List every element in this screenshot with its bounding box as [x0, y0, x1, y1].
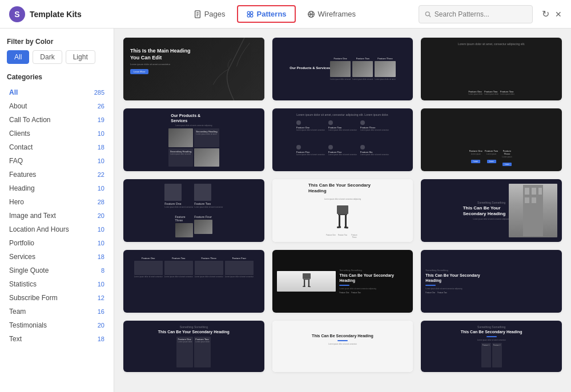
svg-rect-28	[344, 227, 348, 229]
svg-rect-40	[308, 286, 311, 287]
category-features-count: 22	[98, 171, 104, 178]
nav-patterns[interactable]: Patterns	[237, 5, 296, 23]
category-team[interactable]: Team 16	[7, 305, 107, 318]
pattern-card[interactable]: Something Something This Can Be Your Sec…	[123, 321, 264, 372]
category-faq-count: 10	[98, 157, 104, 164]
category-portfolio[interactable]: Portfolio 10	[7, 236, 107, 250]
app-title: Template Kits	[30, 10, 82, 19]
pattern-card[interactable]: Something Something This Can Be Your Sec…	[421, 179, 562, 242]
category-statistics[interactable]: Statistics 10	[7, 277, 107, 291]
category-portfolio-label: Portfolio	[9, 239, 34, 247]
svg-rect-33	[525, 197, 529, 203]
category-faq[interactable]: FAQ 10	[7, 154, 107, 168]
search-box[interactable]	[419, 5, 533, 23]
category-about-label: About	[9, 102, 27, 110]
pattern-card[interactable]: Feature One Lorem ipsum dolor sit amet c…	[123, 179, 264, 242]
search-icon	[425, 11, 431, 18]
patterns-grid: This Is the Main HeadingYou Can Edit Lor…	[123, 38, 562, 372]
svg-rect-39	[303, 286, 305, 287]
category-single-quote[interactable]: Single Quote 8	[7, 264, 107, 277]
category-services-count: 18	[98, 253, 104, 260]
svg-rect-27	[337, 226, 341, 228]
category-contact-label: Contact	[9, 143, 33, 151]
svg-point-6	[247, 14, 250, 17]
pattern-card[interactable]: Feature One Lorem ipsum Learn Feature Tw…	[421, 108, 562, 171]
category-cta-count: 19	[98, 116, 104, 123]
svg-point-5	[250, 11, 252, 14]
svg-rect-38	[308, 280, 309, 287]
category-contact-count: 18	[98, 144, 104, 151]
svg-point-7	[250, 14, 252, 17]
topbar: S Template Kits Pages Patterns	[0, 0, 571, 29]
pattern-card[interactable]: Our Products & Services Feature One Lore…	[272, 38, 413, 100]
pattern-card[interactable]: This Is the Main HeadingYou Can Edit Lor…	[123, 38, 264, 100]
category-faq-label: FAQ	[9, 157, 23, 165]
category-testimonials[interactable]: Testimonials 20	[7, 318, 107, 332]
category-hero-count: 28	[98, 199, 104, 205]
category-all-count: 285	[94, 89, 104, 96]
app-logo: S	[9, 6, 25, 22]
nav-pages[interactable]: Pages	[184, 5, 235, 23]
category-about-count: 26	[98, 103, 104, 110]
category-image-text[interactable]: Image and Text 20	[7, 209, 107, 223]
category-heading-label: Heading	[9, 184, 35, 192]
category-imagetext-count: 20	[98, 212, 104, 219]
pattern-card[interactable]: Something Something This Can Be Your Sec…	[272, 250, 413, 313]
svg-rect-37	[304, 280, 305, 287]
category-statistics-label: Statistics	[9, 280, 37, 288]
category-statistics-count: 10	[98, 281, 104, 288]
wireframes-icon	[307, 10, 315, 18]
svg-rect-25	[339, 215, 340, 228]
pattern-card[interactable]: Our Products & Services Lorem ipsum dolo…	[123, 108, 264, 171]
filter-by-color-label: Filter by Color	[7, 38, 107, 46]
category-quote-count: 8	[101, 267, 104, 274]
nav-pages-label: Pages	[204, 10, 226, 18]
svg-rect-36	[303, 279, 309, 280]
category-features-label: Features	[9, 171, 36, 179]
main-layout: Filter by Color All Dark Light Categorie…	[0, 29, 571, 392]
sidebar: Filter by Color All Dark Light Categorie…	[0, 29, 114, 392]
pattern-card[interactable]: This Can Be Secondary Heading Lorem ipsu…	[272, 321, 413, 372]
category-heading-count: 10	[98, 185, 104, 192]
search-input[interactable]	[435, 10, 526, 18]
category-clients-count: 10	[98, 130, 104, 137]
pattern-card[interactable]: Something Something This Can Be Secondar…	[421, 321, 562, 372]
category-contact[interactable]: Contact 18	[7, 140, 107, 154]
pattern-card[interactable]: Something Something This Can Be Your Sec…	[421, 250, 562, 313]
category-heading[interactable]: Heading 10	[7, 181, 107, 195]
category-cta-label: Call To Action	[9, 116, 51, 124]
color-filter-light[interactable]: Light	[66, 50, 95, 64]
pattern-card[interactable]: This Can Be Your Secondary Heading Lorem…	[272, 179, 413, 242]
category-features[interactable]: Features 22	[7, 168, 107, 181]
svg-rect-30	[525, 188, 529, 195]
close-button[interactable]: ✕	[555, 10, 562, 19]
color-filter-dark[interactable]: Dark	[33, 50, 62, 64]
pattern-card[interactable]: Lorem ipsum dolor sit amet, consectur ad…	[421, 38, 562, 100]
category-team-label: Team	[9, 308, 26, 316]
color-filter-group: All Dark Light	[7, 50, 107, 64]
svg-rect-23	[337, 205, 348, 214]
category-text[interactable]: Text 18	[7, 332, 107, 346]
svg-rect-26	[345, 215, 347, 228]
nav-wireframes[interactable]: Wireframes	[298, 5, 365, 23]
pattern-card[interactable]: Lorem ipsum dolor sit amet, consectur ad…	[272, 108, 413, 171]
svg-line-11	[429, 15, 431, 17]
category-about[interactable]: About 26	[7, 99, 107, 113]
category-services-label: Services	[9, 253, 35, 261]
svg-point-10	[425, 11, 429, 15]
category-location-hours[interactable]: Location And Hours 10	[7, 223, 107, 236]
top-nav: Pages Patterns Wireframes	[184, 5, 365, 23]
category-call-to-action[interactable]: Call To Action 19	[7, 113, 107, 127]
category-clients[interactable]: Clients 10	[7, 127, 107, 140]
category-all[interactable]: All 285	[7, 86, 107, 99]
category-services[interactable]: Services 18	[7, 250, 107, 264]
refresh-button[interactable]: ↻	[542, 9, 549, 19]
color-filter-all[interactable]: All	[7, 50, 29, 64]
category-hero[interactable]: Hero 28	[7, 195, 107, 209]
category-all-label: All	[9, 88, 18, 96]
pattern-card[interactable]: Feature One Lorem ipsum dolor sit amet c…	[123, 250, 264, 313]
category-subscribe-form[interactable]: Subscribe Form 12	[7, 291, 107, 305]
category-team-count: 16	[98, 308, 104, 315]
svg-rect-31	[532, 188, 536, 195]
svg-rect-34	[532, 197, 536, 203]
